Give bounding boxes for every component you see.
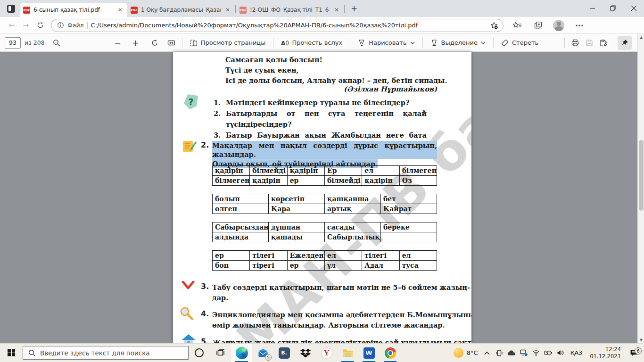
minimize-button[interactable] <box>582 0 603 16</box>
table-cell: болып <box>213 194 269 204</box>
scrollbar-thumb[interactable] <box>639 140 644 211</box>
poem-line: Самсаған қолы болсын! <box>225 55 447 65</box>
speaker-icon[interactable] <box>554 344 567 362</box>
profile-avatar[interactable] <box>552 18 566 33</box>
task-4-text: Энциклопедиялар мен қосымша әдебиеттерде… <box>212 310 471 329</box>
vk-icon: B. <box>279 347 290 359</box>
tab-close-icon[interactable]: ✕ <box>224 6 231 14</box>
scroll-down-arrow[interactable]: ▼ <box>638 337 644 343</box>
task-number: 5. <box>201 337 209 343</box>
tab-title: 1 Оқу бағдарламасы_Қазақ тілі <box>141 7 221 13</box>
zoom-out-icon[interactable]: − <box>111 36 125 50</box>
start-button[interactable] <box>0 344 23 362</box>
notification-center-button[interactable]: 6 <box>625 349 643 356</box>
rotate-icon[interactable] <box>148 36 162 50</box>
close-button[interactable] <box>623 0 644 16</box>
cortana-button[interactable] <box>189 344 210 362</box>
taskbar-edge-button[interactable] <box>231 344 252 362</box>
print-icon[interactable] <box>568 36 582 50</box>
taskbar-explorer-button[interactable] <box>337 344 358 362</box>
table-cell: қадірін <box>213 166 250 176</box>
refresh-button[interactable] <box>33 18 47 33</box>
new-tab-button[interactable]: + <box>348 2 360 15</box>
task-text-line: өмір жолымен танысыңдар. Авторына сілтем… <box>212 321 471 329</box>
task-view-button[interactable] <box>210 344 231 362</box>
wifi-icon[interactable] <box>530 344 542 362</box>
zoom-in-icon[interactable]: + <box>129 36 143 50</box>
taskbar-search-box[interactable]: Введите здесь текст для поиска <box>23 346 189 360</box>
search-icon[interactable] <box>50 36 64 50</box>
save-icon[interactable] <box>582 36 596 50</box>
question-item: 1.Мәтіндегі кейіпкерлер туралы не білесі… <box>214 97 427 108</box>
tray-date: 01.12.2021 <box>590 353 621 360</box>
table-cell: қашқанша <box>325 194 381 204</box>
edge-icon <box>236 347 248 359</box>
toolbar-divider <box>422 38 423 48</box>
erase-button[interactable]: Стереть <box>497 36 543 50</box>
table-cell: Адал <box>362 261 399 271</box>
taskbar-vk-button[interactable]: B. <box>273 344 295 362</box>
tray-expand-icon[interactable] <box>481 344 493 362</box>
taskbar-chrome-button[interactable] <box>380 344 401 362</box>
page-number-input[interactable] <box>5 37 21 49</box>
url-field[interactable]: Файл C:/Users/admin/Documents/Новый%20фо… <box>51 19 504 32</box>
draw-button[interactable]: Нарисовать <box>354 36 419 50</box>
table-cell: Сабырсыздан <box>213 222 269 232</box>
table-row: Сабырсыздандұшпансасадыбереке <box>213 222 437 232</box>
taskbar-mail-button[interactable]: 5 <box>252 344 273 362</box>
clock[interactable]: 12:24 01.12.2021 <box>586 346 625 360</box>
read-aloud-button[interactable]: A Прочесть вслух <box>277 36 347 50</box>
taskbar-yandex-button[interactable]: Y <box>316 344 337 362</box>
back-button[interactable]: ← <box>5 18 19 33</box>
table-cell: көрсетіп <box>269 194 325 204</box>
browser-menu-icon[interactable] <box>572 18 586 33</box>
task-3-text: Табу сөздерді қатыстырып, шағын мәтін не… <box>212 283 470 302</box>
tab-close-icon[interactable]: ✕ <box>333 6 340 14</box>
table-cell: ұл <box>324 261 362 271</box>
table-cell: Ежелден <box>287 251 324 261</box>
browser-tab-bar: PDF 6-сынып қазақ тілі.pdf ✕ PDF 1 Оқу б… <box>0 0 644 17</box>
weather-sun-icon[interactable] <box>453 344 465 362</box>
taskbar-dropbox-button[interactable] <box>295 344 316 362</box>
battery-icon[interactable] <box>542 344 554 362</box>
tab-separator <box>344 5 345 13</box>
save-as-icon[interactable] <box>596 36 611 50</box>
search-placeholder: Введите здесь текст для поиска <box>40 349 150 357</box>
fit-width-icon[interactable] <box>165 36 179 50</box>
highlight-button[interactable]: Выделение <box>426 36 490 50</box>
draw-pen-icon <box>358 39 365 47</box>
table-cell: қадірін <box>250 176 287 186</box>
temperature-label[interactable]: 8°C <box>465 349 481 356</box>
scroll-up-arrow[interactable]: ▲ <box>638 34 644 41</box>
tab-actions-button[interactable] <box>5 2 17 15</box>
tab-osh-pdf[interactable]: PDF !2-ОШ_ФО_Қазақ тілі_Т1_6-сын ✕ <box>236 3 344 17</box>
chevron-down-icon <box>481 41 486 44</box>
keyboard-language[interactable]: ҚАЗ <box>567 349 586 356</box>
onedrive-cloud-icon[interactable] <box>505 344 518 362</box>
page-view-button[interactable]: Просмотр страницы <box>186 36 270 50</box>
word-table-1: қадірінбілмейдіқадірінЕрелбілмегенбілмег… <box>212 165 437 186</box>
phone-link-icon[interactable] <box>493 344 505 362</box>
file-explorer-icon <box>342 348 354 358</box>
restore-button[interactable] <box>603 0 623 16</box>
task-number: 4. <box>201 309 209 318</box>
table-row: болыпкөрсетіпқашқаншабет <box>213 194 437 204</box>
collections-icon[interactable] <box>531 18 545 33</box>
word-table-4: ертілегіЕжелденелтілегіелбоптірегіерұлАд… <box>212 250 437 271</box>
table-row: өлгенҚараартықҚайрат <box>213 204 437 214</box>
tab-close-icon[interactable]: ✕ <box>116 6 124 14</box>
erase-label: Стереть <box>512 39 538 46</box>
table-cell: Қайрат <box>381 204 437 214</box>
table-cell: дұшпан <box>269 222 325 232</box>
forward-button[interactable]: → <box>19 18 33 33</box>
add-favorite-icon[interactable] <box>488 19 500 32</box>
tab-active-pdf[interactable]: PDF 6-сынып қазақ тілі.pdf ✕ <box>20 3 127 17</box>
info-icon[interactable] <box>57 22 64 29</box>
question-number: 2. <box>214 108 226 130</box>
taskbar-word-button[interactable]: W <box>358 344 380 362</box>
pin-toolbar-icon[interactable] <box>618 36 632 50</box>
vertical-scrollbar[interactable]: ▲ ▼ <box>637 34 644 343</box>
favorites-bar-icon[interactable] <box>510 18 524 33</box>
display-connect-icon[interactable] <box>518 344 530 362</box>
tab-program-pdf[interactable]: PDF 1 Оқу бағдарламасы_Қазақ тілі ✕ <box>127 3 235 17</box>
